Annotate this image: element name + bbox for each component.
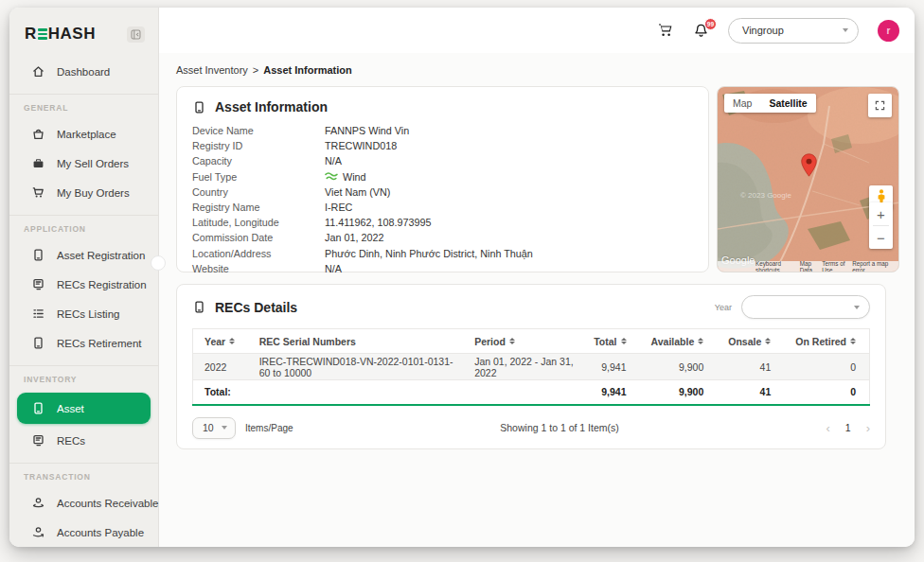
sidebar-item-my-sell-orders[interactable]: My Sell Orders xyxy=(9,149,158,178)
tablet-icon xyxy=(31,401,45,415)
brand-logo-e-bars-icon xyxy=(38,28,47,40)
sidebar-item-asset[interactable]: Asset xyxy=(17,393,151,424)
main-column: 99 Vingroup r Asset Inventory > Asset In… xyxy=(159,8,915,547)
sidebar-item-label: Accounts Payable xyxy=(57,527,144,538)
terms-of-use-link[interactable]: Terms of Use xyxy=(822,260,852,273)
recs-details-panel: RECs Details Year Year RE xyxy=(176,284,886,449)
field-label: Commission Date xyxy=(192,230,325,245)
table-header-row: Year REC Serial Numbers Period Total Ava… xyxy=(193,329,870,354)
table-row[interactable]: 2022 IREC-TRECWIND018-VN-2022-0101-0131-… xyxy=(193,354,870,380)
column-header-period[interactable]: Period xyxy=(463,329,581,354)
map-type-control: Map Satellite xyxy=(724,94,816,113)
report-map-error-link[interactable]: Report a map error xyxy=(852,260,896,273)
asset-information-panel: Asset Information Device NameFANNPS Wind… xyxy=(176,86,709,272)
column-header-year[interactable]: Year xyxy=(193,329,248,354)
breadcrumb-parent[interactable]: Asset Inventory xyxy=(176,64,248,76)
zoom-in-button[interactable]: + xyxy=(869,202,893,225)
cell-year: 2022 xyxy=(193,354,248,380)
organization-name: Vingroup xyxy=(742,25,784,36)
sidebar-collapse-button[interactable] xyxy=(127,26,145,43)
sidebar-item-recs[interactable]: RECs xyxy=(9,426,158,455)
map-data-link[interactable]: Map Data xyxy=(800,260,823,273)
organization-selector[interactable]: Vingroup xyxy=(728,18,859,44)
sort-icon xyxy=(698,338,703,345)
sidebar-item-accounts-receivable[interactable]: Accounts Receivable xyxy=(9,488,158,518)
panel-title: Asset Information xyxy=(215,99,328,114)
breadcrumb: Asset Inventory > Asset Information xyxy=(176,64,899,76)
map-copyright-watermark: © 2023 Google xyxy=(740,191,791,200)
showing-results-text: Showing 1 to 1 of 1 Item(s) xyxy=(293,422,826,433)
tablet-icon xyxy=(31,248,45,262)
field-label: Registry ID xyxy=(192,138,325,153)
sidebar-item-accounts-payable[interactable]: Accounts Payable xyxy=(9,518,158,547)
field-value: N/A xyxy=(325,153,342,168)
sidebar-item-label: RECs Listing xyxy=(57,308,119,320)
sidebar-item-recs-listing[interactable]: RECs Listing xyxy=(9,299,158,328)
zoom-out-button[interactable]: − xyxy=(869,226,893,249)
cell-serial: IREC-TRECWIND018-VN-2022-0101-0131-60 to… xyxy=(248,354,463,380)
sidebar-item-label: Asset xyxy=(57,403,84,414)
wind-icon xyxy=(325,171,338,182)
fullscreen-icon xyxy=(875,100,885,111)
cell-on-retired: 0 xyxy=(784,354,869,380)
briefcase-icon xyxy=(31,156,45,170)
field-label: Website xyxy=(192,261,325,276)
keyboard-shortcuts-link[interactable]: Keyboard shortcuts xyxy=(755,260,800,273)
total-total: 9,941 xyxy=(581,380,639,405)
sidebar-item-dashboard[interactable]: Dashboard xyxy=(9,57,158,86)
sidebar-item-asset-registration[interactable]: Asset Registration xyxy=(9,240,158,270)
asset-panel-icon xyxy=(192,100,206,114)
page-size-select[interactable]: 10 xyxy=(192,417,236,439)
column-header-available[interactable]: Available xyxy=(640,329,718,354)
satellite-view-button[interactable]: Satellite xyxy=(760,94,815,113)
items-per-page-label: Items/Page xyxy=(245,423,293,433)
cart-button[interactable] xyxy=(657,22,674,39)
sidebar-item-label: Marketplace xyxy=(57,129,116,140)
avatar[interactable]: r xyxy=(878,20,899,42)
field-value: I-REC xyxy=(325,200,352,215)
map-zoom-control: + − xyxy=(869,202,893,249)
sidebar-collapse-handle[interactable] xyxy=(151,255,166,271)
year-filter-select[interactable] xyxy=(741,295,870,319)
device-message-icon xyxy=(31,277,45,291)
notifications-button[interactable]: 99 xyxy=(693,23,709,39)
sidebar-section-transaction: TRANSACTION xyxy=(9,464,158,488)
next-page-button[interactable]: › xyxy=(866,421,870,435)
column-header-onsale[interactable]: Onsale xyxy=(717,329,784,354)
sidebar-item-label: Dashboard xyxy=(57,66,110,78)
previous-page-button[interactable]: ‹ xyxy=(826,421,829,435)
map-attribution-bar: Keyboard shortcuts Map Data Terms of Use… xyxy=(718,261,898,272)
brand-logo-prefix: R xyxy=(25,25,37,44)
current-page-number[interactable]: 1 xyxy=(845,422,851,433)
field-value: Phước Dinh, Ninh Phước District, Ninh Th… xyxy=(325,246,533,261)
sidebar-item-my-buy-orders[interactable]: My Buy Orders xyxy=(9,178,158,207)
pagination-bar: 10 Items/Page Showing 1 to 1 of 1 Item(s… xyxy=(192,417,870,439)
column-header-total[interactable]: Total xyxy=(581,329,639,354)
field-value: FANNPS Wind Vin xyxy=(325,123,409,138)
sidebar-item-marketplace[interactable]: Marketplace xyxy=(9,119,158,149)
list-icon xyxy=(31,307,45,321)
map-fullscreen-button[interactable] xyxy=(868,94,892,117)
sidebar-item-label: My Buy Orders xyxy=(57,187,130,199)
cash-receive-icon xyxy=(31,496,45,510)
sidebar-section-inventory: INVENTORY xyxy=(9,366,158,391)
field-label: Capacity xyxy=(192,153,325,168)
field-label: Registry Name xyxy=(192,200,325,215)
cash-send-icon xyxy=(31,525,45,539)
cell-period: Jan 01, 2022 - Jan 31, 2022 xyxy=(463,354,581,380)
asset-location-map[interactable]: Map Satellite + − © 2023 Google xyxy=(717,86,899,272)
sidebar-item-label: Accounts Receivable xyxy=(57,498,158,509)
field-value: Jan 01, 2022 xyxy=(325,230,383,245)
field-value: Viet Nam (VN) xyxy=(325,184,390,200)
breadcrumb-separator: > xyxy=(253,64,258,76)
map-view-button[interactable]: Map xyxy=(724,94,760,113)
table-total-row: Total: 9,941 9,900 41 0 xyxy=(193,380,870,405)
sort-icon xyxy=(621,338,627,345)
sidebar-item-label: My Sell Orders xyxy=(57,158,129,169)
page-content: Asset Inventory > Asset Information Asse… xyxy=(159,53,915,547)
cell-available: 9,900 xyxy=(640,354,718,380)
sidebar-item-recs-registration[interactable]: RECs Registration xyxy=(9,270,158,299)
sidebar-item-recs-retirement[interactable]: RECs Retirement xyxy=(9,328,158,358)
sort-icon xyxy=(765,338,771,345)
column-header-on-retired[interactable]: On Retired xyxy=(784,329,869,354)
